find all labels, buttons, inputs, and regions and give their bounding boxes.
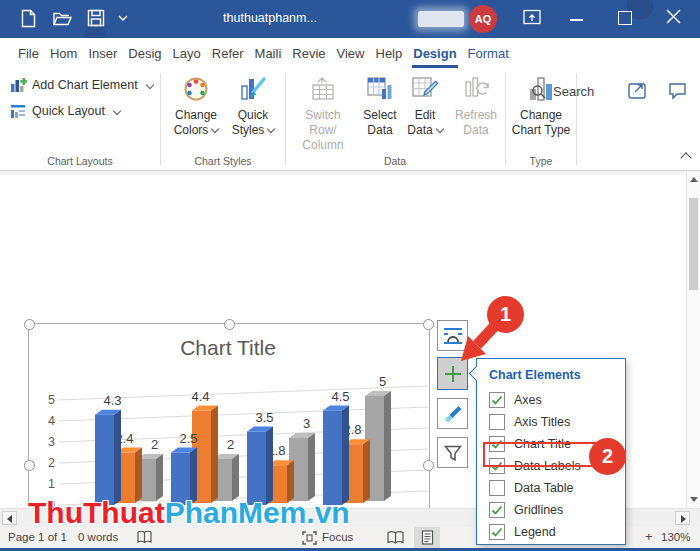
brush-icon [443, 404, 463, 424]
dropdown-caret-icon [113, 107, 121, 115]
resize-handle-mid-left[interactable] [24, 460, 35, 471]
avatar[interactable]: AQ [469, 5, 497, 33]
search-control[interactable]: Search [531, 76, 594, 106]
open-file-icon[interactable] [52, 9, 72, 28]
close-button[interactable] [666, 9, 681, 24]
quick-layout-label: Quick Layout [32, 104, 105, 118]
option-label: Axes [514, 393, 542, 407]
dropdown-caret-icon [435, 125, 443, 133]
switch-row-column-button: Switch Row/ Column [291, 73, 355, 153]
chart-element-option-gridlines[interactable]: Gridlines [489, 499, 621, 521]
redacted-account-name [418, 11, 464, 27]
chart-element-option-data-table[interactable]: Data Table [489, 477, 621, 499]
ribbon-display-options-icon[interactable] [523, 9, 542, 26]
button-label-line1: Select [363, 108, 396, 123]
focus-button[interactable]: Focus [322, 531, 353, 543]
chart-styles-button[interactable] [437, 398, 468, 429]
quick-styles-button[interactable]: Quick Styles [227, 73, 279, 138]
vertical-scrollbar-thumb[interactable] [689, 198, 698, 290]
button-label-line2: Column [302, 138, 343, 153]
select-data-button[interactable]: Select Data [357, 73, 403, 138]
read-mode-icon[interactable] [386, 530, 405, 545]
tab-desig[interactable]: Desig [127, 38, 162, 68]
chart-element-option-axes[interactable]: Axes [489, 389, 621, 411]
dropdown-caret-icon [145, 81, 153, 89]
quick-layout-button[interactable]: Quick Layout [10, 101, 120, 121]
button-label-line1: Edit [415, 108, 436, 123]
dropdown-caret-icon [267, 125, 275, 133]
word-count[interactable]: 0 words [78, 531, 118, 543]
page-indicator[interactable]: Page 1 of 1 [8, 531, 67, 543]
group-divider [285, 73, 286, 165]
tab-refer[interactable]: Refer [211, 38, 245, 68]
tab-maili[interactable]: Maili [254, 38, 283, 68]
proofing-icon[interactable] [136, 530, 153, 545]
checkbox-unchecked-icon[interactable] [489, 480, 505, 496]
ribbon: Add Chart Element Quick Layout Chart Lay… [0, 68, 700, 171]
ribbon-tabs-row: FileHomInserDesigLayoReferMailiRevieView… [0, 38, 700, 68]
scroll-down-icon[interactable] [690, 497, 698, 502]
chart-element-option-axis-titles[interactable]: Axis Titles [489, 411, 621, 433]
button-label-line1: Change [175, 108, 217, 123]
refresh-data-button: Refresh Data [449, 73, 503, 138]
scroll-left-button[interactable] [2, 511, 17, 525]
button-label-line2: Data [367, 123, 392, 138]
maximize-button[interactable] [618, 11, 632, 25]
print-layout-button[interactable] [414, 527, 440, 548]
button-label-line2: Chart Type [512, 123, 570, 138]
checkbox-checked-icon[interactable] [489, 392, 505, 408]
minimize-button[interactable] [570, 19, 583, 21]
checkbox-unchecked-icon[interactable] [489, 414, 505, 430]
group-divider [160, 73, 161, 165]
change-colors-button[interactable]: Change Colors [167, 73, 225, 138]
edit-data-button[interactable]: Edit Data [402, 73, 448, 138]
comments-icon[interactable] [668, 81, 688, 100]
button-label-line2: Data [407, 123, 432, 137]
resize-handle-top-center[interactable] [224, 319, 235, 330]
tab-revie[interactable]: Revie [291, 38, 326, 68]
tab-view[interactable]: View [336, 38, 366, 68]
option-label: Gridlines [514, 503, 563, 517]
scroll-right-button[interactable] [675, 511, 690, 525]
resize-handle-top-right[interactable] [423, 319, 434, 330]
tab-hom[interactable]: Hom [49, 38, 78, 68]
button-label-line2: Data [463, 123, 488, 138]
watermark-part-red: ThuThuat [28, 496, 165, 529]
scroll-up-icon[interactable] [690, 177, 698, 182]
quick-access-caret-icon[interactable] [118, 15, 128, 22]
search-label: Search [553, 84, 594, 99]
tab-help[interactable]: Help [375, 38, 404, 68]
zoom-in-button[interactable]: + [645, 529, 653, 544]
tab-format[interactable]: Format [467, 38, 510, 68]
tab-design[interactable]: Design [412, 38, 457, 68]
share-icon[interactable] [628, 81, 649, 100]
add-chart-element-button[interactable]: Add Chart Element [10, 75, 153, 95]
tab-layo[interactable]: Layo [172, 38, 202, 68]
checkbox-checked-icon[interactable] [489, 502, 505, 518]
refresh-data-icon [461, 74, 491, 104]
edit-data-icon [410, 74, 440, 104]
vertical-scrollbar[interactable] [686, 172, 700, 510]
step-badge-2: 2 [589, 438, 626, 475]
checkbox-checked-icon[interactable] [489, 524, 505, 540]
group-label-chart-layouts: Chart Layouts [0, 155, 160, 167]
tab-inser[interactable]: Inser [87, 38, 118, 68]
resize-handle-mid-right[interactable] [423, 460, 434, 471]
collapse-ribbon-icon[interactable] [680, 152, 691, 163]
tab-file[interactable]: File [17, 38, 40, 68]
chart-filters-button[interactable] [437, 437, 468, 468]
chart-element-option-legend[interactable]: Legend [489, 521, 621, 543]
resize-handle-top-left[interactable] [24, 319, 35, 330]
popup-title: Chart Elements [489, 368, 625, 382]
button-label-line2: Colors [174, 123, 209, 137]
button-label-line1: Refresh [455, 108, 497, 123]
save-icon[interactable] [87, 9, 105, 28]
chart-selection-frame[interactable] [28, 323, 430, 521]
option-label: Data Table [514, 481, 574, 495]
scroll-left-icon [7, 515, 12, 523]
select-data-icon [365, 74, 395, 104]
button-label-line2: Styles [232, 123, 265, 137]
new-document-icon[interactable] [20, 9, 37, 28]
zoom-level[interactable]: 130% [661, 531, 690, 543]
button-label-line1: Quick [238, 108, 269, 123]
